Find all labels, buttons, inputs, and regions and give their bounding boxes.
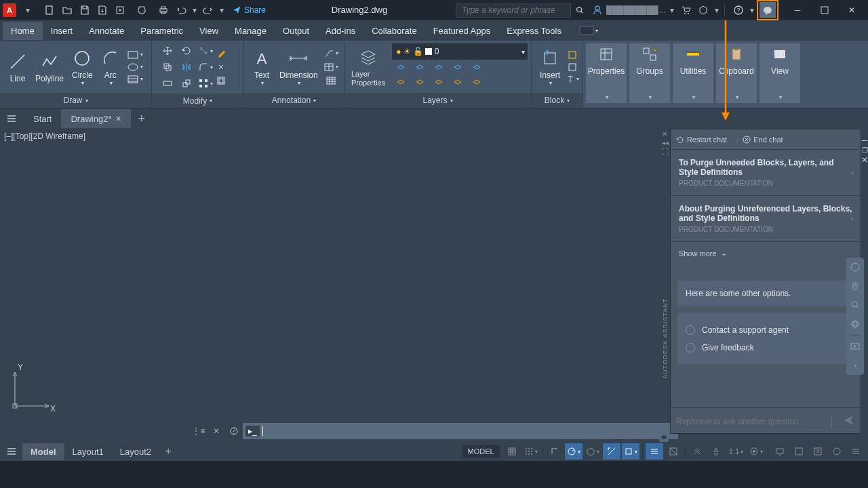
assistant-input[interactable] — [676, 417, 826, 426]
tabs-menu-icon[interactable] — [3, 110, 20, 127]
polyline-button[interactable]: Polyline — [31, 49, 68, 85]
contact-agent-option[interactable]: Contact a support agent — [686, 321, 846, 339]
tab-start[interactable]: Start — [24, 110, 61, 128]
redo-icon[interactable] — [200, 2, 216, 18]
close-button[interactable]: ✕ — [838, 1, 865, 20]
menu-featured-apps[interactable]: Featured Apps — [425, 22, 499, 40]
layout-model[interactable]: Model — [22, 443, 64, 460]
viewport-min-icon[interactable]: ─ — [862, 136, 868, 145]
menu-addins[interactable]: Add-ins — [317, 22, 363, 40]
osnap-track-icon[interactable] — [603, 443, 620, 460]
table2-icon[interactable] — [323, 75, 338, 86]
user-caret[interactable]: ▾ — [668, 2, 676, 18]
cmd-customize-icon[interactable] — [226, 423, 242, 439]
layer-tool-3[interactable] — [430, 62, 448, 75]
assistant-bubble-icon[interactable] — [659, 432, 669, 442]
share-button[interactable]: Share — [232, 5, 266, 15]
model-badge[interactable]: MODEL — [462, 445, 500, 458]
rect-icon[interactable]: ▾ — [127, 50, 143, 60]
layer-tool-4[interactable] — [449, 62, 467, 75]
hatch-icon[interactable]: ▾ — [127, 75, 143, 84]
block-attr-icon[interactable]: ▾ — [566, 75, 579, 84]
polar-icon[interactable]: ▾ — [565, 443, 583, 460]
layer-selector[interactable]: ● ☀ 🔓 0 — [392, 43, 528, 60]
cmd-recent-icon[interactable]: ⋮≡ — [191, 423, 207, 439]
osnap-icon[interactable]: ▾ — [622, 443, 639, 460]
app-menu-caret[interactable]: ▾ — [20, 2, 36, 18]
zoom-icon[interactable] — [846, 296, 864, 314]
full-nav-icon[interactable] — [846, 258, 864, 277]
nav-more-icon[interactable]: ▾ — [846, 356, 864, 375]
new-tab-button[interactable]: + — [134, 110, 150, 127]
maximize-button[interactable] — [811, 1, 838, 20]
restart-chat-button[interactable]: Restart chat — [676, 136, 727, 144]
panel-close-icon[interactable]: ✕ — [662, 130, 669, 138]
lineweight-icon[interactable] — [646, 443, 663, 460]
insert-button[interactable]: Insert▾ — [536, 46, 564, 87]
doc-result-2[interactable]: About Purging Unreferenced Layers, Block… — [671, 196, 861, 242]
layout-2[interactable]: Layout2 — [112, 443, 159, 460]
layout-menu-icon[interactable] — [3, 443, 20, 460]
layer-tool-7[interactable] — [411, 77, 429, 90]
app-icon[interactable]: A — [3, 3, 16, 17]
table-icon[interactable]: ▾ — [323, 62, 338, 73]
layers-group-title[interactable]: Layers▾ — [344, 93, 531, 108]
transparency-icon[interactable] — [665, 443, 682, 460]
customization-icon[interactable] — [847, 443, 865, 460]
annotation-group-title[interactable]: Annotation▾ — [244, 93, 344, 108]
ortho-icon[interactable] — [546, 443, 564, 460]
isodraft-icon[interactable]: ▾ — [584, 443, 601, 460]
show-more-button[interactable]: Show more⌄ — [671, 242, 861, 264]
print-icon[interactable] — [155, 2, 172, 18]
move-icon[interactable] — [159, 43, 176, 58]
layer-tool-2[interactable] — [411, 62, 429, 75]
units-icon[interactable] — [790, 443, 808, 460]
snap-icon[interactable]: ▾ — [522, 443, 540, 460]
leader-icon[interactable]: ▾ — [323, 48, 338, 59]
cmd-close-icon[interactable]: ✕ — [208, 423, 224, 439]
new-icon[interactable] — [41, 2, 58, 18]
rotate-icon[interactable] — [178, 43, 195, 58]
help-icon[interactable]: ? — [730, 2, 747, 18]
groups-panel[interactable]: Groups▾ — [629, 43, 670, 103]
ellipse-icon[interactable]: ▾ — [127, 62, 143, 72]
undo-icon[interactable] — [173, 2, 189, 18]
menu-insert[interactable]: Insert — [43, 22, 81, 40]
send-icon[interactable] — [843, 414, 855, 428]
scale-value[interactable]: 1:1▾ — [726, 443, 746, 460]
showmotion-icon[interactable] — [846, 337, 864, 356]
workspace-icon[interactable]: ▾ — [747, 443, 765, 460]
user-icon[interactable] — [589, 2, 606, 18]
layer-properties-button[interactable]: Layer Properties — [349, 47, 388, 86]
utilities-panel[interactable]: Utilities▾ — [673, 43, 713, 103]
panel-pin-icon[interactable]: ◂◂ — [662, 139, 669, 146]
isolate-icon[interactable] — [828, 443, 846, 460]
viewport-close-icon[interactable]: ✕ — [861, 155, 868, 165]
annotation-monitor-icon[interactable] — [771, 443, 789, 460]
apps-icon[interactable] — [695, 2, 711, 18]
layer-tool-10[interactable] — [468, 77, 486, 90]
copy-icon[interactable] — [159, 60, 176, 75]
menu-home[interactable]: Home — [3, 22, 43, 40]
viewport-label[interactable]: [–][Top][2D Wireframe] — [4, 131, 85, 141]
close-icon[interactable]: × — [115, 113, 121, 124]
save-icon[interactable] — [77, 2, 93, 18]
stretch-icon[interactable] — [159, 76, 176, 91]
scale-icon[interactable] — [178, 76, 195, 91]
cart-icon[interactable] — [677, 2, 694, 18]
modify-group-title[interactable]: Modify▾ — [152, 94, 243, 108]
web-icon[interactable] — [112, 2, 128, 18]
text-button[interactable]: AText▾ — [248, 46, 275, 87]
mirror-icon[interactable] — [178, 60, 195, 75]
layer-tool-6[interactable] — [392, 77, 410, 90]
help-caret[interactable]: ▾ — [748, 2, 756, 18]
explode-icon[interactable] — [216, 62, 226, 73]
trim-icon[interactable]: ▾ — [197, 43, 214, 58]
search-icon[interactable] — [572, 2, 588, 18]
tab-drawing2[interactable]: Drawing2*× — [61, 109, 130, 128]
line-button[interactable]: Line — [4, 49, 31, 85]
layer-tool-5[interactable] — [468, 62, 486, 75]
canvas-area[interactable]: [–][Top][2D Wireframe] Y X ⋮≡ ✕ ▸_ AUTOD… — [0, 129, 868, 442]
give-feedback-option[interactable]: Give feedback — [686, 339, 846, 357]
dimension-button[interactable]: Dimension▾ — [275, 46, 322, 87]
